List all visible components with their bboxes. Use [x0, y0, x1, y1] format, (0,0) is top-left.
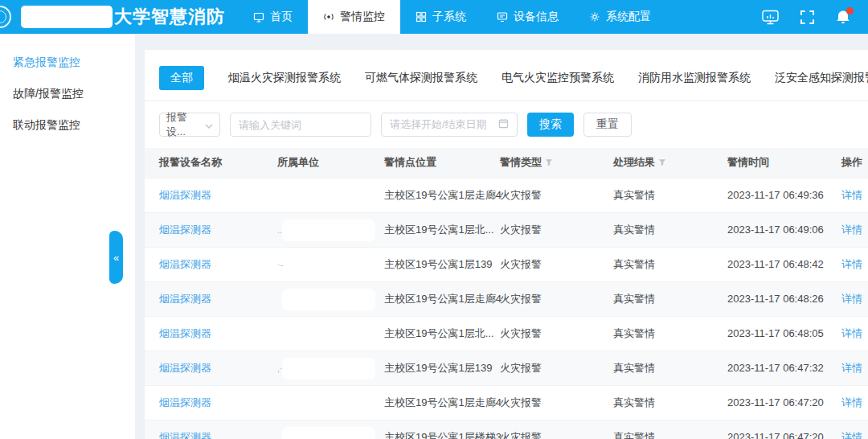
reset-button[interactable]: 重置 — [583, 113, 632, 137]
col-actions: 操作 — [841, 148, 868, 178]
tab-item[interactable]: 烟温火灾探测报警系统 — [228, 71, 341, 85]
alarm-type: 火灾报警 — [500, 212, 613, 247]
alarm-location: 主校区19号公寓1层走廊4 — [384, 385, 500, 420]
detail-link[interactable]: 详情 — [841, 258, 862, 270]
alarm-location: 主校区19号公寓1层楼梯3 — [384, 420, 500, 439]
tab-item[interactable]: 电气火灾监控预警系统 — [502, 71, 614, 85]
table-row: 烟温探测器 ,· 主校区19号公寓1层139 火灾报警 真实警情 2023-11… — [145, 351, 868, 385]
nav-item-alarm-monitor[interactable]: 警情监控 — [308, 0, 400, 34]
detail-link[interactable]: 详情 — [841, 224, 862, 236]
detail-link[interactable]: 详情 — [841, 293, 862, 305]
handle-result: 真实警情 — [613, 385, 727, 420]
device-type-select[interactable]: 报警设... — [159, 113, 220, 137]
dashboard-monitor-icon[interactable] — [762, 10, 779, 25]
search-button[interactable]: 搜索 — [527, 113, 574, 137]
sidebar-item-fault-alarm[interactable]: 故障/报警监控 — [0, 78, 135, 109]
notification-badge — [846, 7, 854, 14]
nav-item-home[interactable]: 首页 — [238, 0, 308, 34]
date-placeholder: 请选择开始/结束日期 — [390, 117, 487, 132]
fullscreen-icon[interactable] — [800, 10, 814, 24]
handle-result: 真实警情 — [613, 351, 727, 385]
alarm-location: 主校区19号公寓1层走廊4 — [384, 281, 500, 316]
handle-result: 真实警情 — [613, 281, 727, 316]
alarm-time: 2023-11-17 06:49:36 — [727, 178, 841, 212]
alarm-time: 2023-11-17 06:47:20 — [727, 420, 841, 439]
alarm-type: 火灾报警 — [500, 385, 613, 420]
redaction-smudge — [282, 358, 375, 380]
date-range-picker[interactable]: 请选择开始/结束日期 — [381, 113, 518, 137]
keyword-input[interactable] — [230, 113, 371, 137]
detail-link[interactable]: 详情 — [841, 396, 862, 408]
table-row: 烟温探测器 ,.. 主校区19号公寓1层楼梯3 火灾报警 真实警情 2023-1… — [145, 420, 868, 439]
handle-result: 真实警情 — [613, 316, 727, 351]
tab-item[interactable]: 泛安全感知探测报警系统 — [775, 71, 868, 85]
alarm-type: 火灾报警 — [500, 247, 613, 281]
detail-link[interactable]: 详情 — [841, 327, 862, 339]
sidebar-collapse-handle[interactable]: « — [109, 231, 123, 284]
sidebar-item-label: 紧急报警监控 — [13, 55, 80, 68]
device-name-link[interactable]: 烟温探测器 — [159, 362, 211, 374]
bell-icon[interactable] — [836, 10, 850, 25]
col-handle-result: 处理结果 — [613, 148, 727, 178]
table-row: 烟温探测器 主校区19号公寓1层北... 火灾报警 真实警情 2023-11-1… — [145, 316, 868, 351]
col-location: 警情点位置 — [384, 148, 500, 178]
alarm-type: 火灾报警 — [500, 351, 613, 385]
device-name-link[interactable]: 烟温探测器 — [159, 327, 211, 339]
detail-link[interactable]: 详情 — [841, 362, 862, 374]
sidebar-item-label: 故障/报警监控 — [13, 87, 84, 100]
device-name-link[interactable]: 烟温探测器 — [159, 431, 211, 439]
device-name-link[interactable]: 烟温探测器 — [159, 224, 211, 236]
device-name-link[interactable]: 烟温探测器 — [159, 258, 211, 270]
detail-link[interactable]: 详情 — [841, 189, 862, 201]
alarm-time: 2023-11-17 06:48:42 — [727, 247, 841, 281]
alarm-type: 火灾报警 — [500, 281, 613, 316]
alarm-table: 报警设备名称 所属单位 警情点位置 警情类型 处理结果 警情时间 操作 烟温探测… — [145, 148, 868, 439]
brand-redaction — [21, 6, 113, 28]
app-title: 大学智慧消防 — [114, 5, 225, 29]
unit-remnant-text: ·- — [277, 260, 283, 269]
col-alarm-time: 警情时间 — [727, 148, 841, 178]
home-icon — [253, 11, 264, 23]
sidebar-item-linkage-alarm[interactable]: 联动报警监控 — [0, 109, 135, 141]
tab-item[interactable]: 消防用水监测报警系统 — [638, 71, 751, 85]
handle-result: 真实警情 — [613, 247, 727, 281]
header-actions — [762, 0, 868, 34]
filter-funnel-icon[interactable] — [658, 157, 666, 169]
tab-item[interactable]: 可燃气体探测报警系统 — [365, 71, 477, 85]
sidebar-item-label: 联动报警监控 — [13, 118, 80, 131]
nav-item-system-config[interactable]: 系统配置 — [574, 0, 666, 34]
main-nav: 首页 警情监控 子系统 — [238, 0, 666, 34]
table-row: 烟温探测器 主校区19号公寓1层走廊4 火灾报警 真实警情 2023-11-17… — [145, 178, 868, 212]
brand: 大学智慧消防 — [0, 0, 225, 34]
filter-funnel-icon[interactable] — [545, 157, 553, 169]
table-header-row: 报警设备名称 所属单位 警情点位置 警情类型 处理结果 警情时间 操作 — [145, 148, 868, 178]
nav-label: 警情监控 — [340, 10, 385, 24]
alarm-location: 主校区19号公寓1层走廊4 — [384, 178, 500, 212]
handle-result: 真实警情 — [613, 212, 727, 247]
nav-item-subsystem[interactable]: 子系统 — [400, 0, 481, 34]
alarm-type: 火灾报警 — [500, 420, 613, 439]
main-content-card: 全部 烟温火灾探测报警系统 可燃气体探测报警系统 电气火灾监控预警系统 消防用水… — [145, 50, 868, 439]
alarm-location: 主校区19号公寓1层139 — [384, 351, 500, 385]
handle-result: 真实警情 — [613, 178, 727, 212]
device-name-link[interactable]: 烟温探测器 — [159, 293, 211, 305]
sidebar-item-emergency-alarm[interactable]: 紧急报警监控 — [0, 47, 135, 78]
detail-link[interactable]: 详情 — [841, 431, 862, 439]
alarm-time: 2023-11-17 06:49:06 — [727, 212, 841, 247]
gear-icon — [589, 11, 600, 23]
nav-item-device-info[interactable]: 设备信息 — [481, 0, 574, 34]
alarm-type: 火灾报警 — [500, 316, 613, 351]
nav-label: 子系统 — [432, 10, 466, 24]
calendar-icon — [498, 118, 509, 131]
tab-item[interactable]: 全部 — [159, 66, 204, 90]
app-logo-icon — [0, 6, 11, 28]
handle-result: 真实警情 — [613, 420, 727, 439]
device-info-icon — [497, 11, 508, 23]
device-name-link[interactable]: 烟温探测器 — [159, 189, 211, 201]
alarm-location: 主校区19号公寓1层北... — [384, 212, 500, 247]
table-row: 烟温探测器 主校区19号公寓1层走廊4 火灾报警 真实警情 2023-11-17… — [145, 281, 868, 316]
device-name-link[interactable]: 烟温探测器 — [159, 396, 211, 408]
system-tabs: 全部 烟温火灾探测报警系统 可燃气体探测报警系统 电气火灾监控预警系统 消防用水… — [145, 50, 868, 101]
app-header: 大学智慧消防 首页 警情监控 — [0, 0, 868, 34]
nav-label: 首页 — [270, 10, 293, 24]
